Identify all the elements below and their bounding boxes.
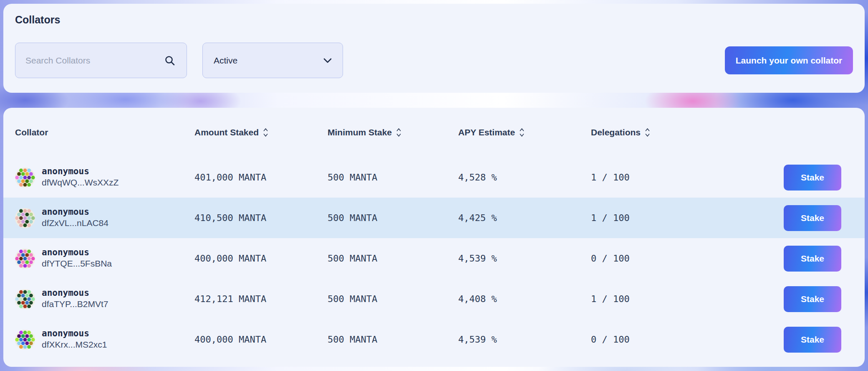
delegations-value: 1 / 100 [591,172,783,183]
collator-name: anonymous [42,247,112,258]
minimum-stake-value: 500 MANTA [328,172,458,183]
column-header[interactable]: APY Estimate [458,127,591,137]
delegations-value: 1 / 100 [591,294,783,304]
amount-staked-value: 410,500 MANTA [194,213,328,223]
delegations-value: 0 / 100 [591,334,783,345]
delegations-value: 0 / 100 [591,253,783,264]
table-row: anonymous dfaTYP...B2MVt7 412,121 MANTA … [3,279,865,319]
amount-staked-value: 412,121 MANTA [194,294,328,304]
amount-staked-value: 401,000 MANTA [194,172,328,183]
minimum-stake-value: 500 MANTA [328,334,458,345]
table-row: anonymous dfZxVL...nLAC84 410,500 MANTA … [3,198,865,238]
table-header-row: Collator Amount Staked Minimum Stake APY… [3,108,865,157]
column-header-label: Delegations [591,127,641,137]
collator-identicon [15,168,35,188]
column-header[interactable]: Collator [15,127,194,137]
collator-identicon [15,289,35,309]
minimum-stake-value: 500 MANTA [328,253,458,264]
column-header[interactable]: Amount Staked [194,127,328,137]
collator-cell: anonymous dfYTQE...5FsBNa [15,247,194,270]
column-header-label: Collator [15,127,48,137]
table-body: anonymous dfWqWQ...WsXXzZ 401,000 MANTA … [3,157,865,360]
collator-identicon [15,249,35,269]
amount-staked-value: 400,000 MANTA [194,253,328,264]
stake-button[interactable]: Stake [784,246,841,272]
collator-name: anonymous [42,206,108,217]
column-header[interactable]: Delegations [591,127,783,137]
collator-address: dfZxVL...nLAC84 [42,217,108,229]
table-row: anonymous dfXKrx...MS2xc1 400,000 MANTA … [3,319,865,360]
collator-cell: anonymous dfXKrx...MS2xc1 [15,328,194,351]
collator-cell: anonymous dfZxVL...nLAC84 [15,206,194,229]
collator-address: dfaTYP...B2MVt7 [42,298,108,310]
stake-button[interactable]: Stake [784,165,841,191]
sort-icon[interactable] [645,127,650,137]
table-row: anonymous dfWqWQ...WsXXzZ 401,000 MANTA … [3,157,865,198]
sort-icon[interactable] [263,127,268,137]
apy-estimate-value: 4,425 % [458,213,591,223]
collator-address: dfXKrx...MS2xc1 [42,339,107,351]
collator-address: dfWqWQ...WsXXzZ [42,177,119,188]
collator-cell: anonymous dfWqWQ...WsXXzZ [15,166,194,189]
collators-page: Collators Active Launch y [0,0,868,371]
launch-own-collator-button[interactable]: Launch your own collator [725,46,853,74]
collators-header-card: Collators Active Launch y [3,4,865,93]
apy-estimate-value: 4,528 % [458,172,591,183]
status-filter-value: Active [214,56,237,66]
column-header-label: Minimum Stake [328,127,392,137]
collator-identicon [15,330,35,350]
chevron-down-icon [323,57,333,64]
apy-estimate-value: 4,408 % [458,294,591,304]
collator-name: anonymous [42,287,108,298]
stake-button[interactable]: Stake [784,286,841,312]
stake-button[interactable]: Stake [784,327,841,353]
search-collators-box[interactable] [15,43,187,78]
page-title: Collators [15,14,60,26]
sort-icon[interactable] [519,127,525,137]
collator-address: dfYTQE...5FsBNa [42,258,112,269]
column-header[interactable]: Minimum Stake [328,127,458,137]
column-header-label: APY Estimate [458,127,515,137]
minimum-stake-value: 500 MANTA [328,213,458,223]
status-filter-dropdown[interactable]: Active [202,43,343,78]
amount-staked-value: 400,000 MANTA [194,334,328,345]
collator-cell: anonymous dfaTYP...B2MVt7 [15,287,194,310]
apy-estimate-value: 4,539 % [458,334,591,345]
sort-icon[interactable] [396,127,401,137]
stake-button[interactable]: Stake [784,205,841,231]
minimum-stake-value: 500 MANTA [328,294,458,304]
table-row: anonymous dfYTQE...5FsBNa 400,000 MANTA … [3,238,865,279]
collators-table-card: Collator Amount Staked Minimum Stake APY… [3,108,865,367]
column-header-label: Amount Staked [194,127,259,137]
delegations-value: 1 / 100 [591,213,783,223]
collator-identicon [15,208,35,228]
search-icon [164,55,176,66]
search-input[interactable] [25,55,164,66]
collator-name: anonymous [42,166,119,177]
apy-estimate-value: 4,539 % [458,253,591,264]
collator-name: anonymous [42,328,107,339]
header-controls: Active Launch your own collator [3,43,865,78]
